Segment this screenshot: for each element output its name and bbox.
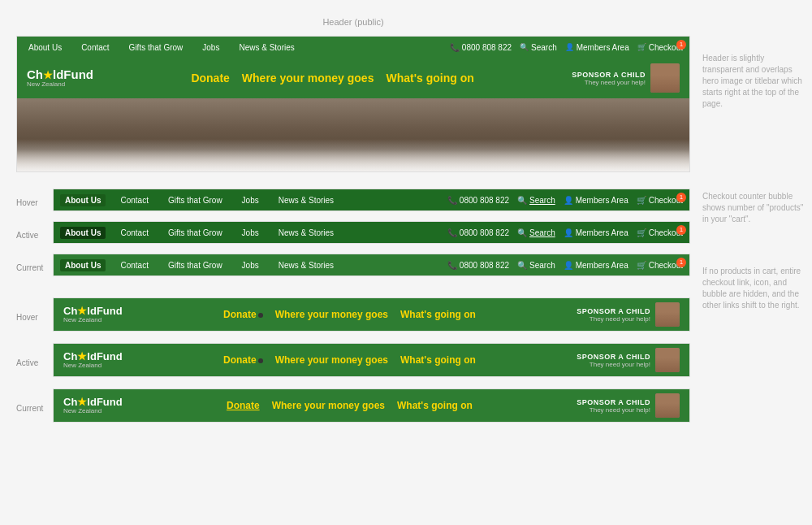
- sponsor-block[interactable]: SPONSOR A CHILD They need your help!: [572, 63, 680, 93]
- nav-contact[interactable]: Contact: [76, 41, 114, 54]
- nav-about-us[interactable]: About Us: [24, 41, 67, 54]
- active-news[interactable]: News & Stories: [274, 227, 339, 239]
- hover-search-icon: 🔍: [517, 196, 527, 205]
- current-jobs[interactable]: Jobs: [237, 259, 264, 271]
- hover-sponsor[interactable]: SPONSOR A CHILD They need your help!: [577, 302, 680, 327]
- current-sponsor[interactable]: SPONSOR A CHILD They need your help!: [577, 393, 680, 418]
- hover-sponsor-sub: They need your help!: [577, 315, 650, 323]
- active-search[interactable]: 🔍 Search: [517, 228, 555, 237]
- hover-checkout[interactable]: 🛒 Checkout 1: [637, 196, 683, 205]
- hover-cart-icon: 🛒: [637, 196, 646, 205]
- active-search-label: Search: [529, 228, 555, 237]
- right-sidebar: Header is slightly transparent and overl…: [698, 0, 812, 449]
- active-checkout[interactable]: 🛒 Checkout 1: [637, 228, 683, 237]
- current-members[interactable]: 👤 Members Area: [564, 261, 628, 270]
- search-item[interactable]: 🔍 Search: [520, 43, 557, 52]
- active-logo-sub: New Zealand: [63, 362, 102, 369]
- active-right-nav: 📞 0800 808 822 🔍 Search 👤 Members Area: [447, 228, 683, 237]
- hover-state-row: Hover About Us Contact Gifts that Grow J…: [16, 189, 690, 216]
- phone-number: 0800 808 822: [462, 43, 512, 52]
- logo-subtitle: New Zealand: [27, 80, 65, 88]
- hover-members[interactable]: 👤 Members Area: [564, 196, 628, 205]
- hover-news[interactable]: News & Stories: [274, 194, 339, 206]
- active-phone-icon: 📞: [447, 228, 457, 237]
- top-nav-right: 📞 0800 808 822 🔍 Search 👤 Members Area 🛒…: [450, 43, 683, 52]
- hover-whats-on[interactable]: What's going on: [400, 309, 476, 320]
- active-jobs[interactable]: Jobs: [237, 227, 264, 239]
- hover-gifts[interactable]: Gifts that Grow: [163, 194, 227, 206]
- current-checkout[interactable]: 🛒 Checkout 1: [637, 261, 683, 270]
- current-search[interactable]: 🔍 Search: [517, 261, 555, 270]
- donate-link[interactable]: Donate: [191, 72, 229, 85]
- active-members[interactable]: 👤 Members Area: [564, 228, 628, 237]
- hover-logo-sub: New Zealand: [63, 316, 102, 323]
- sponsor-subtitle: They need your help!: [572, 79, 646, 86]
- nav-news[interactable]: News & Stories: [234, 41, 299, 54]
- current-person-icon: 👤: [564, 261, 573, 270]
- checkout-item[interactable]: 🛒 Checkout 1: [637, 43, 683, 52]
- hover-search[interactable]: 🔍 Search: [517, 196, 555, 205]
- money-goes-link[interactable]: Where your money goes: [242, 72, 374, 85]
- current-whats-on[interactable]: What's going on: [397, 400, 473, 411]
- active-label: Active: [16, 231, 53, 240]
- active-phone-num: 0800 808 822: [460, 228, 509, 237]
- active-sponsor[interactable]: SPONSOR A CHILD They need your help!: [577, 348, 680, 372]
- hover-label: Hover: [16, 198, 53, 207]
- active-contact[interactable]: Contact: [115, 227, 153, 239]
- hover-hero-row: Hover Ch★ldFund New Zealand Donate Where…: [16, 297, 690, 336]
- current-hero-label: Current: [16, 404, 53, 413]
- active-gifts[interactable]: Gifts that Grow: [163, 227, 227, 239]
- logo-suffix: ldFund: [53, 67, 93, 81]
- active-logo: Ch★ldFund New Zealand: [63, 351, 123, 369]
- active-cart-icon: 🛒: [637, 228, 646, 237]
- active-nav: About Us Contact Gifts that Grow Jobs Ne…: [53, 221, 690, 244]
- sidebar-note-3: If no products in cart, entire checkout …: [702, 266, 804, 311]
- active-whats-on[interactable]: What's going on: [400, 354, 476, 366]
- current-state-row: Current About Us Contact Gifts that Grow…: [16, 254, 690, 281]
- current-phone-icon: 📞: [447, 261, 457, 270]
- active-money[interactable]: Where your money goes: [275, 354, 388, 366]
- search-icon: 🔍: [520, 43, 529, 51]
- members-item[interactable]: 👤 Members Area: [565, 43, 629, 52]
- whats-on-link[interactable]: What's going on: [386, 72, 473, 85]
- active-about-us[interactable]: About Us: [60, 227, 106, 239]
- current-news[interactable]: News & Stories: [274, 259, 339, 271]
- hover-sponsor-text: SPONSOR A CHILD They need your help!: [577, 307, 650, 323]
- hover-search-label: Search: [529, 196, 555, 205]
- current-child-face: [655, 393, 680, 418]
- current-gifts[interactable]: Gifts that Grow: [163, 259, 227, 271]
- top-nav-bar: About Us Contact Gifts that Grow Jobs Ne…: [17, 37, 689, 58]
- current-contact[interactable]: Contact: [115, 259, 153, 271]
- current-donate[interactable]: Donate: [227, 400, 260, 411]
- active-child-face: [655, 348, 680, 372]
- active-hero-nav: Ch★ldFund New Zealand Donate Where your …: [53, 343, 690, 377]
- page-title: Header (public): [322, 17, 383, 27]
- nav-gifts[interactable]: Gifts that Grow: [124, 41, 188, 54]
- current-about-us[interactable]: About Us: [60, 259, 106, 271]
- hover-jobs[interactable]: Jobs: [237, 194, 264, 206]
- current-money[interactable]: Where your money goes: [272, 400, 385, 411]
- active-top-nav: About Us Contact Gifts that Grow Jobs Ne…: [54, 222, 689, 243]
- logo-prefix: Ch: [27, 67, 43, 81]
- hero-states-section: Hover Ch★ldFund New Zealand Donate Where…: [16, 297, 690, 427]
- hover-hero-bar: Ch★ldFund New Zealand Donate Where your …: [54, 298, 689, 331]
- hover-money[interactable]: Where your money goes: [275, 309, 388, 320]
- current-hero-nav: Ch★ldFund New Zealand Donate Where your …: [53, 388, 690, 423]
- current-members-label: Members Area: [576, 261, 628, 270]
- active-person-icon: 👤: [564, 228, 573, 237]
- active-donate[interactable]: Donate: [223, 354, 263, 366]
- hover-hero-label: Hover: [16, 313, 53, 322]
- active-search-icon: 🔍: [517, 228, 527, 237]
- current-logo-text: Ch★ldFund: [63, 397, 123, 407]
- current-hero-row: Current Ch★ldFund New Zealand Donate Whe…: [16, 388, 690, 427]
- nav-jobs[interactable]: Jobs: [197, 41, 224, 54]
- active-hero-bar: Ch★ldFund New Zealand Donate Where your …: [54, 344, 689, 376]
- hover-child-face: [655, 302, 680, 327]
- hover-top-nav: About Us Contact Gifts that Grow Jobs Ne…: [54, 189, 689, 210]
- hover-donate[interactable]: Donate: [223, 309, 263, 320]
- hover-contact[interactable]: Contact: [115, 194, 153, 206]
- hover-about-us[interactable]: About Us: [60, 194, 106, 206]
- active-members-label: Members Area: [576, 228, 628, 237]
- active-logo-text: Ch★ldFund: [63, 351, 123, 362]
- logo-text: Ch★ldFund: [27, 68, 93, 80]
